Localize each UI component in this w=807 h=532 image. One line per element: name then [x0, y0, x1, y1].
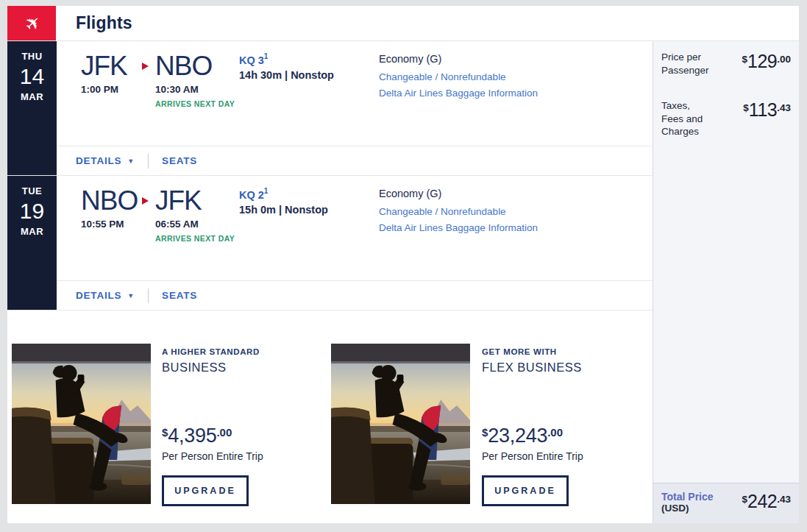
page-title: Flights: [76, 13, 132, 33]
upgrade-name: BUSINESS: [162, 361, 335, 375]
per-person-note: Per Person Entire Trip: [162, 450, 335, 462]
date-block: TUE 19 MAR: [7, 176, 57, 310]
destination-code: JFK: [155, 185, 202, 217]
total-price-link[interactable]: Total Price: [661, 491, 714, 503]
upgrade-name: FLEX BUSINESS: [482, 361, 655, 375]
price-label: Price per Passenger: [661, 51, 709, 77]
price-summary-sidebar: Price per Passenger $129.00 Taxes, Fees …: [653, 41, 799, 523]
day-number: 19: [7, 199, 57, 224]
arrival-time: 06:55 AM: [155, 219, 199, 230]
origin-code: JFK: [81, 50, 127, 82]
destination-code: NBO: [155, 50, 212, 82]
upgrade-price: $4,395.00: [162, 425, 335, 447]
divider: [148, 154, 149, 169]
business-lounge-photo: [12, 344, 151, 504]
total-price-currency-code: (USD): [661, 503, 714, 514]
seats-button[interactable]: SEATS: [162, 155, 197, 166]
departure-time: 10:55 PM: [81, 219, 124, 230]
upgrade-button[interactable]: UPGRADE: [482, 475, 569, 506]
month: MAR: [7, 91, 57, 102]
footnote-marker: 1: [264, 52, 269, 60]
flights-section-icon: ✈: [7, 6, 56, 40]
route-arrow-icon: [142, 197, 149, 205]
itinerary-column: THU 14 MAR JFK NBO 1:00 PM 10:30 AM ARRI…: [7, 41, 653, 523]
flights-results-panel: ✈ Flights THU 14 MAR JFK NBO 1:00 PM: [7, 6, 799, 523]
footnote-marker: 1: [264, 187, 269, 195]
arrives-next-day-note: ARRIVES NEXT DAY: [155, 234, 235, 243]
spacer: [653, 138, 799, 483]
details-button[interactable]: DETAILS ▼: [76, 155, 135, 166]
route-arrow-icon: [142, 63, 149, 70]
currency-symbol: $: [742, 54, 747, 65]
cabin-class: Economy (G): [379, 188, 538, 199]
day-number: 14: [7, 64, 57, 90]
baggage-info-link[interactable]: Delta Air Lines Baggage Information: [379, 220, 538, 236]
flight-info: NBO JFK 10:55 PM 06:55 AM ARRIVES NEXT D…: [57, 176, 653, 280]
upgrade-offers: A HIGHER STANDARD BUSINESS $4,395.00 Per…: [7, 311, 653, 523]
fare-rules-link[interactable]: Changeable / Nonrefundable: [379, 69, 538, 85]
details-button[interactable]: DETAILS ▼: [76, 290, 135, 301]
upgrade-kicker: GET MORE WITH: [482, 347, 655, 356]
flight-info: JFK NBO 1:00 PM 10:30 AM ARRIVES NEXT DA…: [57, 41, 653, 146]
day-of-week: TUE: [7, 185, 57, 196]
upgrade-button[interactable]: UPGRADE: [162, 475, 249, 506]
origin-code: NBO: [81, 185, 138, 217]
flight-number-link[interactable]: KQ 31: [239, 53, 334, 66]
price-label: Taxes, Fees and Charges: [661, 99, 703, 138]
divider: [148, 288, 149, 303]
upgrade-card-flex-business: GET MORE WITH FLEX BUSINESS $23,243.00 P…: [482, 347, 655, 506]
currency-symbol: $: [482, 426, 488, 439]
duration-stops: 15h 0m | Nonstop: [239, 204, 328, 216]
price-value: $113.43: [743, 99, 791, 121]
flight-segment-outbound: THU 14 MAR JFK NBO 1:00 PM 10:30 AM ARRI…: [7, 41, 653, 176]
day-of-week: THU: [7, 51, 57, 62]
arrival-time: 10:30 AM: [155, 84, 199, 95]
currency-symbol: $: [743, 102, 749, 113]
caret-down-icon: ▼: [127, 157, 135, 165]
seats-button[interactable]: SEATS: [162, 290, 197, 301]
segment-actions: DETAILS ▼ SEATS: [57, 146, 653, 175]
upgrade-kicker: A HIGHER STANDARD: [162, 347, 335, 356]
date-block: THU 14 MAR: [7, 41, 57, 175]
baggage-info-link[interactable]: Delta Air Lines Baggage Information: [379, 85, 538, 102]
arrives-next-day-note: ARRIVES NEXT DAY: [155, 99, 235, 108]
currency-symbol: $: [742, 494, 747, 505]
total-price-value: $242.43: [742, 491, 791, 512]
duration-stops: 14h 30m | Nonstop: [239, 69, 334, 81]
month: MAR: [7, 226, 57, 237]
flight-segment-return: TUE 19 MAR NBO JFK 10:55 PM 06:55 AM ARR…: [7, 176, 653, 311]
airplane-icon: ✈: [21, 11, 44, 35]
cabin-class: Economy (G): [379, 53, 538, 65]
departure-time: 1:00 PM: [81, 84, 118, 95]
header: ✈ Flights: [7, 6, 799, 41]
price-per-passenger-row: Price per Passenger $129.00: [653, 41, 799, 77]
price-value: $129.00: [742, 51, 791, 72]
total-price-row: Total Price (USD) $242.43: [653, 483, 799, 523]
currency-symbol: $: [162, 426, 168, 439]
flex-business-lounge-photo: [331, 344, 470, 504]
flight-number-link[interactable]: KQ 21: [239, 188, 328, 201]
caret-down-icon: ▼: [127, 292, 135, 299]
taxes-fees-row: Taxes, Fees and Charges $113.43: [653, 90, 799, 138]
upgrade-price: $23,243.00: [482, 425, 655, 447]
per-person-note: Per Person Entire Trip: [482, 450, 655, 462]
fare-rules-link[interactable]: Changeable / Nonrefundable: [379, 204, 538, 220]
segment-actions: DETAILS ▼ SEATS: [57, 280, 653, 310]
upgrade-card-business: A HIGHER STANDARD BUSINESS $4,395.00 Per…: [162, 347, 335, 506]
